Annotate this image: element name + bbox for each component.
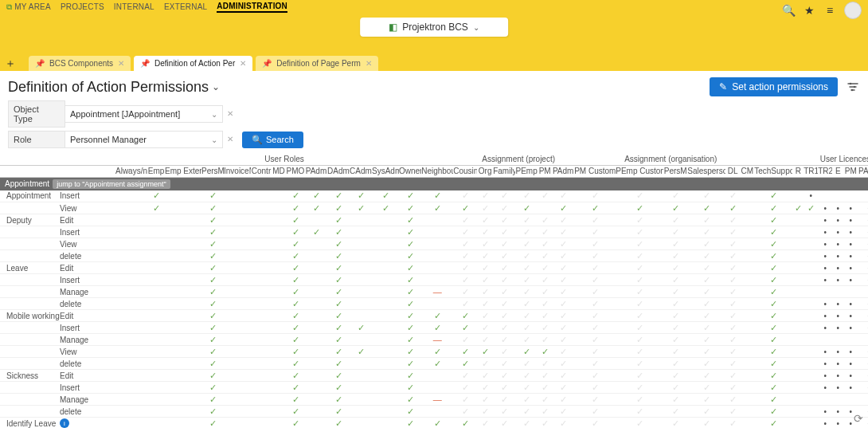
perm-cell[interactable] (740, 322, 754, 334)
perm-cell[interactable]: ✓ (477, 370, 493, 382)
perm-cell[interactable] (272, 190, 286, 202)
perm-cell[interactable]: ✓ (663, 250, 687, 262)
perm-cell[interactable]: ✓ (663, 214, 687, 226)
perm-cell[interactable] (740, 190, 754, 202)
perm-cell[interactable]: ✓ (453, 202, 477, 214)
perm-cell[interactable]: • (843, 382, 858, 394)
perm-cell[interactable] (147, 346, 165, 358)
perm-cell[interactable]: ✓ (574, 370, 616, 382)
perm-cell[interactable]: ✓ (552, 262, 574, 274)
perm-cell[interactable]: • (858, 346, 868, 358)
perm-cell[interactable]: ✓ (305, 202, 327, 214)
column-header[interactable]: PEmp Customer (616, 165, 663, 177)
perm-cell[interactable] (224, 418, 251, 429)
perm-cell[interactable] (165, 238, 201, 250)
perm-cell[interactable]: ✓ (477, 382, 493, 394)
perm-cell[interactable] (224, 406, 251, 418)
perm-cell[interactable]: ✓ (552, 358, 574, 370)
perm-cell[interactable]: ✓ (616, 202, 663, 214)
perm-cell[interactable]: ✓ (515, 382, 538, 394)
perm-cell[interactable] (224, 202, 251, 214)
perm-cell[interactable]: ✓ (616, 334, 663, 346)
perm-cell[interactable] (165, 334, 201, 346)
perm-cell[interactable]: ✓ (538, 322, 552, 334)
perm-cell[interactable] (272, 382, 286, 394)
perm-cell[interactable]: ✓ (493, 298, 515, 310)
perm-cell[interactable]: ✓ (574, 214, 616, 226)
perm-cell[interactable] (165, 418, 201, 429)
perm-cell[interactable]: • (818, 274, 832, 286)
perm-cell[interactable]: ✓ (327, 334, 350, 346)
perm-cell[interactable]: ✓ (399, 202, 421, 214)
perm-cell[interactable] (165, 214, 201, 226)
perm-cell[interactable] (251, 406, 272, 418)
perm-cell[interactable]: • (832, 238, 843, 250)
perm-cell[interactable]: ✓ (453, 370, 477, 382)
perm-cell[interactable] (147, 370, 165, 382)
perm-cell[interactable]: • (832, 322, 843, 334)
perm-cell[interactable] (740, 310, 754, 322)
perm-cell[interactable]: — (421, 394, 453, 406)
perm-cell[interactable]: ✓ (201, 310, 224, 322)
perm-cell[interactable]: ✓ (493, 418, 515, 429)
perm-cell[interactable] (115, 202, 147, 214)
column-header[interactable]: Salesperson (687, 165, 725, 177)
perm-cell[interactable] (147, 322, 165, 334)
perm-cell[interactable]: ✓ (754, 286, 792, 298)
perm-cell[interactable] (421, 226, 453, 238)
perm-cell[interactable]: — (421, 334, 453, 346)
perm-cell[interactable] (740, 238, 754, 250)
perm-cell[interactable] (372, 298, 399, 310)
perm-cell[interactable]: ✓ (663, 274, 687, 286)
perm-cell[interactable]: ✓ (399, 334, 421, 346)
perm-cell[interactable]: ✓ (515, 322, 538, 334)
perm-cell[interactable]: ✓ (453, 418, 477, 429)
perm-cell[interactable]: ✓ (201, 370, 224, 382)
perm-cell[interactable]: ✓ (286, 418, 305, 429)
column-header[interactable]: PAdm (552, 165, 574, 177)
perm-cell[interactable] (272, 202, 286, 214)
perm-cell[interactable] (803, 406, 818, 418)
perm-cell[interactable]: ✓ (477, 298, 493, 310)
perm-cell[interactable]: ✓ (399, 394, 421, 406)
perm-cell[interactable]: ✓ (515, 238, 538, 250)
perm-cell[interactable] (843, 190, 858, 202)
perm-cell[interactable] (803, 310, 818, 322)
perm-cell[interactable] (740, 358, 754, 370)
perm-cell[interactable] (803, 382, 818, 394)
perm-cell[interactable]: ✓ (515, 346, 538, 358)
star-icon[interactable]: ★ (803, 4, 815, 17)
perm-cell[interactable]: ✓ (493, 190, 515, 202)
perm-cell[interactable]: ✓ (687, 214, 725, 226)
column-header[interactable]: Emp External (165, 165, 201, 177)
refresh-icon[interactable]: ⟳ (854, 412, 863, 425)
perm-cell[interactable] (251, 382, 272, 394)
perm-cell[interactable] (115, 190, 147, 202)
column-header[interactable]: Contr (251, 165, 272, 177)
perm-cell[interactable] (251, 394, 272, 406)
perm-cell[interactable] (803, 370, 818, 382)
perm-cell[interactable]: ✓ (327, 394, 350, 406)
perm-cell[interactable] (372, 286, 399, 298)
perm-cell[interactable] (792, 298, 803, 310)
perm-cell[interactable] (115, 298, 147, 310)
perm-cell[interactable] (115, 238, 147, 250)
perm-cell[interactable] (305, 310, 327, 322)
perm-cell[interactable] (305, 262, 327, 274)
perm-cell[interactable]: • (832, 250, 843, 262)
perm-cell[interactable]: ✓ (552, 190, 574, 202)
perm-cell[interactable]: • (843, 322, 858, 334)
perm-cell[interactable]: ✓ (616, 322, 663, 334)
perm-cell[interactable]: ✓ (201, 334, 224, 346)
perm-cell[interactable]: ✓ (616, 190, 663, 202)
perm-cell[interactable]: ✓ (687, 286, 725, 298)
perm-cell[interactable]: ✓ (538, 418, 552, 429)
perm-cell[interactable] (147, 358, 165, 370)
perm-cell[interactable] (792, 346, 803, 358)
perm-cell[interactable]: ✓ (687, 370, 725, 382)
perm-cell[interactable] (272, 334, 286, 346)
perm-cell[interactable]: ✓ (754, 226, 792, 238)
perm-cell[interactable]: ✓ (538, 334, 552, 346)
perm-cell[interactable] (421, 274, 453, 286)
perm-cell[interactable] (832, 394, 843, 406)
